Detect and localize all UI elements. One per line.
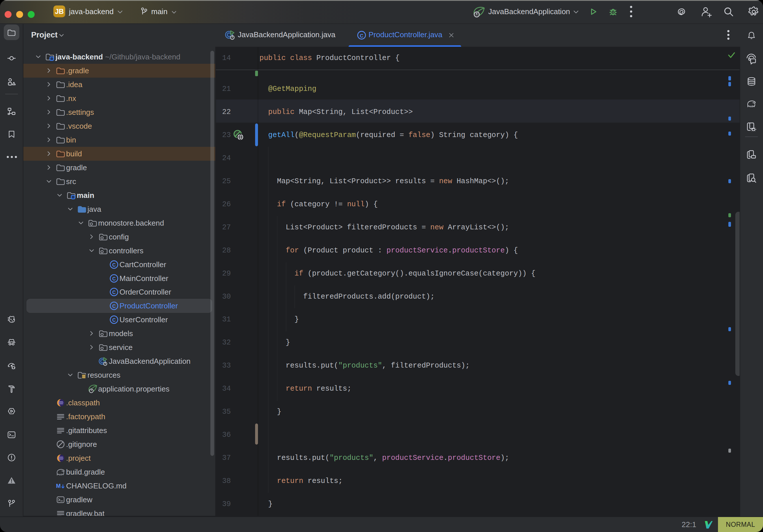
svg-text:C: C [112,262,116,267]
svg-text:C: C [360,33,363,39]
svg-text:C: C [112,318,116,323]
svg-text:C: C [112,290,116,295]
svg-text:C: C [112,276,116,281]
svg-text:C: C [112,304,116,309]
svg-text:M: M [56,483,60,489]
